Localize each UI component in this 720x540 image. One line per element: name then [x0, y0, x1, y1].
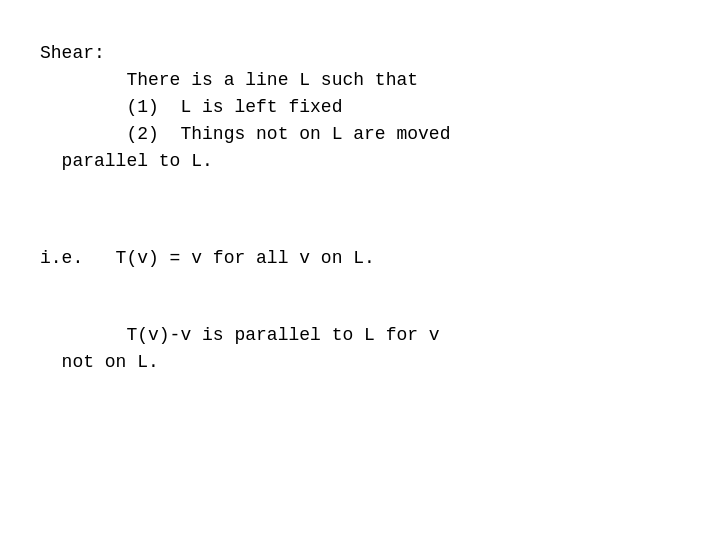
spacer2 — [40, 302, 680, 322]
spacer1 — [40, 205, 680, 245]
tv-line2: not on L. — [40, 349, 680, 376]
tv-section: T(v)-v is parallel to L for v not on L. — [40, 322, 680, 376]
shear-line3: (2) Things not on L are moved — [40, 121, 680, 148]
ie-line: i.e. T(v) = v for all v on L. — [40, 245, 680, 272]
shear-line2: (1) L is left fixed — [40, 94, 680, 121]
shear-line4: parallel to L. — [40, 148, 680, 175]
shear-section: Shear: There is a line L such that (1) L… — [40, 40, 680, 175]
main-content: Shear: There is a line L such that (1) L… — [40, 40, 680, 376]
shear-line1: There is a line L such that — [40, 67, 680, 94]
shear-label: Shear: — [40, 40, 680, 67]
tv-line1: T(v)-v is parallel to L for v — [40, 322, 680, 349]
ie-section: i.e. T(v) = v for all v on L. — [40, 245, 680, 272]
